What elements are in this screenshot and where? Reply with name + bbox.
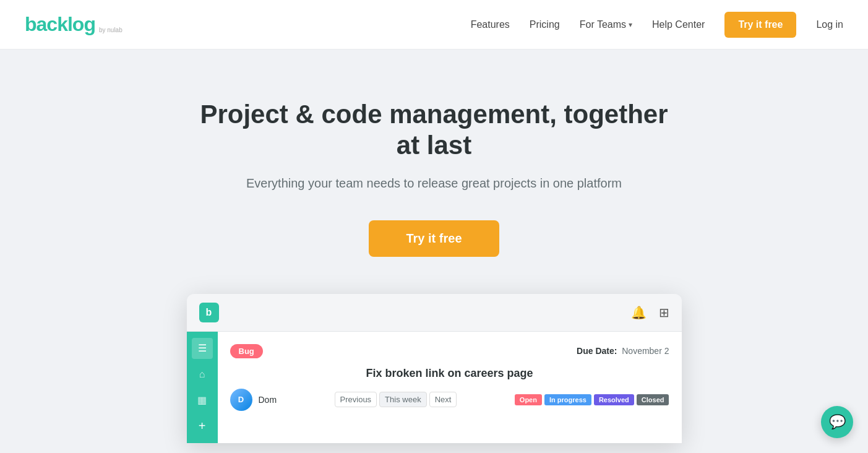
app-content: Bug Due Date: November 2 Fix broken link…	[218, 332, 682, 443]
chevron-down-icon: ▾	[629, 20, 632, 29]
app-body: ☰ ⌂ ▦ + Bug Due Date: November 2 Fix bro…	[187, 332, 682, 443]
app-topbar: b 🔔 ⊞	[187, 294, 682, 332]
nav-try-button[interactable]: Try it free	[724, 12, 796, 38]
prev-button[interactable]: Previous	[335, 392, 377, 407]
logo-sub: by nulab	[99, 27, 122, 33]
status-resolved: Resolved	[594, 394, 634, 405]
status-open: Open	[515, 394, 542, 405]
app-sidebar: ☰ ⌂ ▦ +	[187, 332, 218, 443]
app-topbar-icons: 🔔 ⊞	[631, 305, 669, 320]
app-logo-icon: b	[199, 303, 219, 322]
sidebar-list-icon[interactable]: ▦	[192, 390, 213, 411]
navbar: backlog by nulab Features Pricing For Te…	[0, 0, 868, 50]
nav-for-teams[interactable]: For Teams ▾	[580, 19, 632, 30]
hero-subtitle: Everything your team needs to release gr…	[246, 176, 622, 191]
sidebar-add-icon[interactable]: +	[192, 416, 213, 437]
nav-features[interactable]: Features	[471, 19, 510, 30]
nav-help-center[interactable]: Help Center	[652, 19, 705, 30]
status-badges: Open In progress Resolved Closed	[515, 394, 669, 405]
avatar: D	[230, 389, 252, 411]
chat-bubble[interactable]: 💬	[821, 406, 853, 438]
sidebar-menu-icon[interactable]: ☰	[192, 338, 213, 359]
issue-title: Fix broken link on careers page	[230, 367, 669, 380]
logo-text: backlog	[25, 13, 95, 36]
hero-section: Project & code management, together at l…	[0, 50, 868, 443]
pagination-row: Previous This week Next	[335, 392, 457, 407]
nav-links: Features Pricing For Teams ▾ Help Center…	[471, 12, 843, 38]
logo[interactable]: backlog by nulab	[25, 13, 122, 36]
assignee-name: Dom	[259, 395, 277, 405]
app-window: b 🔔 ⊞ ☰ ⌂ ▦ + Bug	[187, 294, 682, 443]
bell-icon[interactable]: 🔔	[631, 305, 647, 320]
bug-badge: Bug	[230, 344, 263, 358]
chat-icon: 💬	[829, 414, 846, 430]
issue-footer: D Dom Previous This week Next Open In pr…	[230, 389, 669, 411]
avatar-row: D Dom	[230, 389, 277, 411]
hero-title: Project & code management, together at l…	[187, 99, 682, 162]
sidebar-home-icon[interactable]: ⌂	[192, 364, 213, 385]
current-week-button[interactable]: This week	[379, 392, 427, 407]
nav-pricing[interactable]: Pricing	[530, 19, 560, 30]
next-button[interactable]: Next	[429, 392, 457, 407]
status-inprogress: In progress	[544, 394, 591, 405]
hero-cta-button[interactable]: Try it free	[369, 220, 499, 257]
grid-icon[interactable]: ⊞	[659, 305, 669, 320]
status-closed: Closed	[637, 394, 669, 405]
issue-header: Bug Due Date: November 2	[230, 344, 669, 358]
due-date: Due Date: November 2	[577, 346, 669, 356]
app-preview: b 🔔 ⊞ ☰ ⌂ ▦ + Bug	[187, 294, 682, 443]
nav-login[interactable]: Log in	[816, 19, 843, 30]
